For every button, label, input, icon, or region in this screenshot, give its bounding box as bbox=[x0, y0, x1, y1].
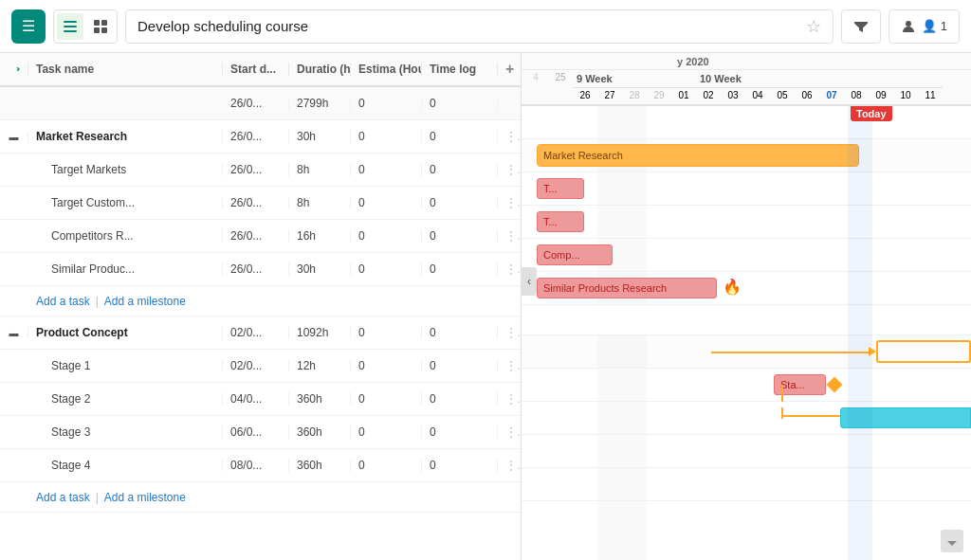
task-row-similar-products: Similar Produc... 26/0... 30h 0 0 ⋮ bbox=[0, 253, 521, 286]
gantt-header: y 2020 4 25 9 Week bbox=[522, 53, 971, 106]
gantt-row-market-research: Market Research bbox=[522, 139, 971, 172]
group-row-market-research: ▬ Market Research 26/0... 30h 0 0 ⋮ bbox=[0, 120, 521, 154]
svg-rect-5 bbox=[94, 27, 100, 33]
gantt-row-target-markets: T... bbox=[522, 172, 971, 206]
group-timelog-product-concept: 0 bbox=[422, 326, 498, 339]
group-start-market-research: 26/0... bbox=[223, 130, 289, 143]
gantt-row-stage4 bbox=[522, 468, 971, 501]
svg-rect-1 bbox=[64, 26, 77, 27]
task-row-stage1: Stage 1 02/0... 12h 0 0 ⋮ bbox=[0, 350, 521, 383]
date-col-02: 02 bbox=[696, 88, 721, 106]
bar-competitors[interactable]: Comp... bbox=[537, 244, 613, 265]
list-view-button[interactable] bbox=[57, 13, 83, 40]
gantt-row-similar-products: Similar Products Research 🔥 bbox=[522, 272, 971, 305]
today-highlight bbox=[848, 106, 872, 560]
user-button[interactable]: 👤 1 bbox=[889, 9, 960, 44]
scroll-left-button[interactable]: ‹ bbox=[522, 267, 537, 296]
dep-line-stage1 bbox=[781, 385, 783, 402]
gantt-row-total bbox=[522, 106, 971, 139]
today-badge: Today bbox=[851, 106, 892, 121]
bar-target-markets[interactable]: T... bbox=[537, 178, 584, 199]
separator-1: | bbox=[90, 295, 104, 308]
bar-market-research[interactable]: Market Research bbox=[537, 144, 859, 167]
task-row-stage2: Stage 2 04/0... 360h 0 0 ⋮ bbox=[0, 383, 521, 416]
gantt-dates: 4 25 9 Week 26 27 28 29 bbox=[522, 70, 971, 106]
task-menu-target-customers[interactable]: ⋮ bbox=[498, 196, 521, 209]
app-header: ☰ Develop scheduling course ☆ bbox=[0, 0, 971, 53]
task-menu-competitors[interactable]: ⋮ bbox=[498, 229, 521, 243]
group-name-market-research: Market Research bbox=[28, 130, 223, 143]
total-start: 26/0... bbox=[223, 97, 289, 110]
bar-t1-label: T... bbox=[543, 183, 558, 194]
col-timelog: Time log bbox=[422, 63, 498, 76]
task-estimate-target-markets: 0 bbox=[351, 163, 422, 176]
grid-view-button[interactable] bbox=[87, 13, 114, 40]
task-menu-stage1[interactable]: ⋮ bbox=[498, 359, 521, 372]
scroll-indicator[interactable] bbox=[941, 530, 963, 552]
expand-market-research[interactable]: ▬ bbox=[0, 132, 28, 142]
date-col-07: 07 bbox=[819, 88, 844, 106]
total-row: 26/0... 2799h 0 0 bbox=[0, 87, 521, 120]
task-menu-stage2[interactable]: ⋮ bbox=[498, 392, 521, 406]
view-toggle bbox=[53, 9, 118, 44]
dep-line-stage2 bbox=[781, 407, 783, 419]
task-menu-stage3[interactable]: ⋮ bbox=[498, 425, 521, 439]
gantt-row-competitors: Comp... bbox=[522, 239, 971, 272]
filter-button[interactable] bbox=[841, 9, 881, 44]
main-layout: Task name Start d... Duratio (hour) Esti… bbox=[0, 53, 971, 560]
header-actions: 👤 1 bbox=[841, 9, 960, 44]
date-col-27: 27 bbox=[597, 88, 622, 106]
bar-comp-label: Comp... bbox=[543, 249, 580, 261]
task-row-competitors: Competitors R... 26/0... 16h 0 0 ⋮ bbox=[0, 220, 521, 253]
gantt-body: Today Market Research T... T... bbox=[522, 106, 971, 560]
fire-icon: 🔥 bbox=[723, 278, 742, 296]
group-row-product-concept: ▬ Product Concept 02/0... 1092h 0 0 ⋮ bbox=[0, 316, 521, 350]
date-col-03: 03 bbox=[721, 88, 745, 106]
add-task-button-product-concept[interactable]: Add a task bbox=[36, 491, 90, 504]
group-menu-market-research[interactable]: ⋮ bbox=[498, 130, 521, 143]
favorite-button[interactable]: ☆ bbox=[806, 16, 821, 37]
task-menu-stage4[interactable]: ⋮ bbox=[498, 459, 521, 472]
milestone-stage1 bbox=[827, 377, 843, 393]
bar-target-customers[interactable]: T... bbox=[537, 211, 584, 232]
svg-rect-3 bbox=[94, 20, 100, 26]
week9-label: 9 Week bbox=[573, 70, 696, 88]
arrow-head bbox=[869, 347, 876, 356]
add-task-button-market-research[interactable]: Add a task bbox=[36, 295, 90, 308]
expand-product-concept[interactable]: ▬ bbox=[0, 328, 28, 338]
task-name-similar-products: Similar Produc... bbox=[28, 262, 223, 276]
task-menu-similar-products[interactable]: ⋮ bbox=[498, 262, 521, 276]
group-estimate-product-concept: 0 bbox=[351, 326, 422, 339]
dependency-arrow bbox=[711, 352, 872, 353]
date-col-28: 28 bbox=[622, 88, 647, 106]
col-name: Task name bbox=[28, 63, 223, 76]
svg-rect-6 bbox=[101, 27, 107, 33]
task-name-target-markets: Target Markets bbox=[28, 163, 223, 176]
month-year: y 2020 bbox=[677, 56, 709, 67]
col-start: Start d... bbox=[223, 63, 289, 76]
add-milestone-button-market-research[interactable]: Add a milestone bbox=[104, 295, 186, 308]
group-estimate-market-research: 0 bbox=[351, 130, 422, 143]
task-name-stage1: Stage 1 bbox=[28, 359, 223, 372]
table-body: 26/0... 2799h 0 0 ▬ Market Research 26/0… bbox=[0, 87, 521, 560]
task-duration-target-markets: 8h bbox=[289, 163, 351, 176]
add-milestone-button-product-concept[interactable]: Add a milestone bbox=[104, 491, 186, 504]
bar-similar-products[interactable]: Similar Products Research bbox=[537, 278, 717, 298]
add-column-button[interactable]: + bbox=[498, 61, 521, 78]
task-menu-target-markets[interactable]: ⋮ bbox=[498, 163, 521, 176]
group-menu-product-concept[interactable]: ⋮ bbox=[498, 326, 521, 339]
svg-rect-2 bbox=[64, 30, 77, 32]
date-col-05: 05 bbox=[770, 88, 795, 106]
user-count: 👤 1 bbox=[922, 19, 947, 33]
date-col-01: 01 bbox=[671, 88, 696, 106]
bar-market-research-label: Market Research bbox=[543, 150, 623, 161]
date-col-04: 04 bbox=[745, 88, 770, 106]
gantt-row-target-customers: T... bbox=[522, 206, 971, 239]
task-table: Task name Start d... Duratio (hour) Esti… bbox=[0, 53, 522, 560]
sort-icon[interactable] bbox=[0, 63, 28, 76]
date-col-08: 08 bbox=[844, 88, 869, 106]
task-name-competitors: Competitors R... bbox=[28, 229, 223, 243]
gantt-month-label: y 2020 bbox=[522, 53, 971, 70]
col-estimate: Estima (Hours bbox=[351, 63, 422, 76]
bar-similar-label: Similar Products Research bbox=[543, 282, 667, 294]
